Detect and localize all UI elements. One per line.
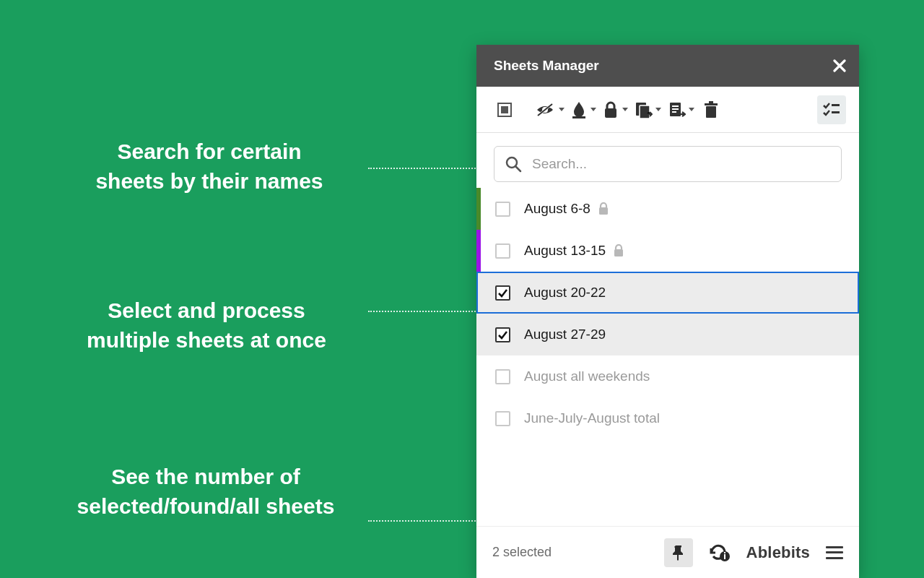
svg-rect-9 (672, 108, 679, 110)
select-all-toggle[interactable] (494, 95, 515, 124)
callout-select-line (368, 311, 487, 312)
callout-status: See the number ofselected/found/all shee… (43, 462, 368, 521)
status-bar: 2 selected Ablebits (476, 526, 859, 578)
panel-title: Sheets Manager (494, 58, 599, 74)
sheet-checkbox[interactable] (495, 327, 510, 342)
sheet-label-text: June-July-August total (524, 410, 660, 426)
svg-line-17 (515, 166, 520, 171)
chevron-down-icon (689, 108, 694, 111)
chevron-down-icon (590, 108, 596, 111)
svg-rect-6 (640, 105, 650, 118)
sheet-row[interactable]: June-July-August total (476, 397, 859, 439)
selection-count: 2 selected (492, 545, 552, 560)
svg-rect-15 (832, 111, 840, 113)
brand-label: Ablebits (746, 543, 810, 562)
svg-rect-22 (724, 552, 725, 553)
callout-status-line (368, 520, 487, 522)
toolbar (476, 87, 859, 133)
svg-rect-19 (614, 249, 623, 256)
sheet-checkbox-wrap (481, 411, 524, 426)
sheets-manager-panel: Sheets Manager (476, 45, 859, 578)
svg-rect-11 (706, 106, 716, 118)
sheet-checkbox-wrap (481, 243, 524, 259)
select-all-icon (497, 103, 512, 117)
lock-icon (613, 244, 624, 257)
sheet-label-text: August all weekends (524, 368, 650, 384)
sheet-row[interactable]: August all weekends (476, 355, 859, 397)
sheet-checkbox-wrap (481, 369, 524, 384)
panel-header: Sheets Manager (476, 45, 859, 87)
sheet-label: August 13-15 (524, 243, 624, 259)
check-icon (497, 288, 508, 298)
sheet-checkbox[interactable] (495, 243, 510, 259)
checklist-button[interactable] (817, 95, 846, 124)
svg-rect-18 (599, 207, 608, 215)
move-sheet-icon (667, 100, 686, 119)
sheet-label-text: August 20-22 (524, 285, 606, 301)
sheet-label-text: August 6-8 (524, 201, 590, 217)
sheet-checkbox[interactable] (495, 411, 510, 426)
svg-rect-8 (672, 105, 679, 107)
svg-rect-14 (832, 104, 840, 106)
sheet-list: August 6-8August 13-15August 20-22August… (476, 188, 859, 526)
checklist-icon (823, 103, 840, 117)
trash-icon (702, 100, 720, 119)
pin-icon (671, 544, 686, 561)
callout-search: Search for certainsheets by their names (58, 137, 361, 196)
close-icon (833, 59, 846, 72)
sheet-label: June-July-August total (524, 410, 660, 426)
sheet-row[interactable]: August 6-8 (476, 188, 859, 230)
svg-rect-13 (709, 101, 713, 103)
sheet-label-text: August 13-15 (524, 243, 606, 259)
sheet-checkbox[interactable] (495, 285, 510, 301)
chevron-down-icon (559, 108, 565, 111)
sheet-checkbox-wrap (481, 327, 524, 342)
check-icon (497, 329, 508, 340)
color-menu[interactable] (570, 95, 598, 124)
sheet-checkbox[interactable] (495, 369, 510, 384)
lock-icon (602, 100, 619, 119)
search-box[interactable] (494, 146, 842, 182)
sheet-checkbox-wrap (481, 202, 524, 217)
callout-search-line (368, 168, 487, 169)
lock-menu[interactable] (602, 95, 629, 124)
svg-rect-3 (572, 116, 585, 118)
close-button[interactable] (833, 59, 846, 72)
lock-icon (598, 202, 609, 215)
delete-button[interactable] (700, 95, 722, 124)
sheet-label: August 20-22 (524, 285, 606, 301)
copy-icon (634, 100, 653, 119)
menu-button[interactable] (826, 546, 843, 559)
move-menu[interactable] (667, 95, 696, 124)
search-input[interactable] (532, 156, 831, 172)
sheet-row[interactable]: August 20-22 (476, 272, 859, 314)
sheet-row[interactable]: August 13-15 (476, 230, 859, 272)
eye-off-icon (534, 101, 556, 118)
sheet-checkbox-wrap (481, 285, 524, 301)
callout-select: Select and processmultiple sheets at onc… (55, 296, 358, 355)
svg-rect-12 (705, 103, 718, 105)
copy-menu[interactable] (634, 95, 663, 124)
fill-color-icon (570, 100, 588, 119)
pin-button[interactable] (664, 538, 693, 567)
sheet-row[interactable]: August 27-29 (476, 314, 859, 355)
chevron-down-icon (622, 108, 628, 111)
svg-rect-4 (605, 108, 616, 118)
svg-rect-10 (672, 111, 676, 113)
search-section (476, 133, 859, 188)
chevron-down-icon (655, 108, 661, 111)
refresh-info-icon[interactable] (709, 543, 731, 562)
sheet-label: August all weekends (524, 368, 650, 384)
search-icon (505, 155, 522, 173)
sheet-label-text: August 27-29 (524, 327, 606, 342)
svg-rect-21 (724, 554, 725, 559)
sheet-label: August 27-29 (524, 327, 606, 342)
sheet-checkbox[interactable] (495, 202, 510, 217)
visibility-menu[interactable] (534, 95, 566, 124)
sheet-label: August 6-8 (524, 201, 609, 217)
